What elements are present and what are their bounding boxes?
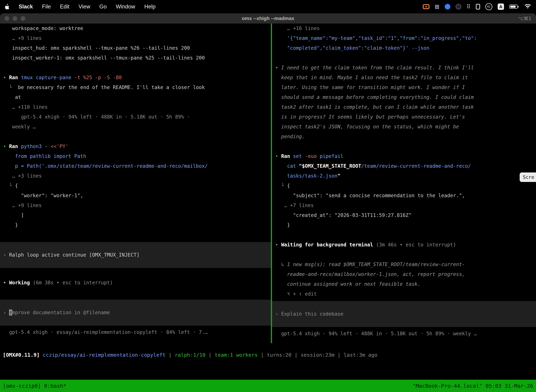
- text-run: set: [293, 153, 305, 159]
- text-run: ": [337, 173, 340, 179]
- text-run: └: [3, 84, 18, 90]
- terminal-line: "subject": "send a concise recommendatio…: [272, 191, 536, 201]
- text-run: be necessary for the end of the README. …: [18, 84, 205, 90]
- text-run: -: [45, 144, 51, 149]
- terminal-line: [272, 142, 536, 151]
- text-run: <<'PY': [51, 144, 68, 149]
- text-run: •: [275, 65, 281, 71]
- text-run: "worker": "worker-1",: [3, 193, 83, 198]
- menu-item-go[interactable]: Go: [99, 4, 107, 10]
- menu-item-file[interactable]: File: [42, 4, 51, 10]
- terminal-line: • Waiting for background terminal (3m 46…: [272, 240, 536, 250]
- omx-status-segment: turns:20: [267, 352, 292, 358]
- terminal-line: task2 after task1 is complete, but can I…: [272, 102, 536, 112]
- terminal-line: └ {: [272, 181, 536, 191]
- terminal-line: }: [272, 220, 536, 230]
- terminal-line: [0, 132, 271, 142]
- text-run: pipefail: [320, 153, 344, 159]
- dark-app-icon[interactable]: [456, 4, 461, 9]
- text-run: from pathlib import Path: [3, 153, 86, 159]
- terminal-line: … +110 lines: [0, 102, 271, 112]
- composer-band[interactable]: › Explain this codebase: [272, 301, 536, 327]
- minimize-button[interactable]: [13, 16, 17, 21]
- text-run: inspect_worker-1: omx sparkshell --tmux-…: [3, 55, 205, 61]
- terminal-line: "worker": "worker-1",: [0, 191, 271, 201]
- text-run: •: [3, 144, 9, 149]
- omx-status-segment: |: [291, 352, 301, 358]
- apple-menu-icon[interactable]: [5, 4, 10, 9]
- device-icon[interactable]: [476, 4, 480, 9]
- close-button[interactable]: [5, 16, 9, 21]
- screen-overlay-button[interactable]: Scre: [520, 173, 536, 182]
- menu-bar-status-icons: ⊞⠿61A: [423, 3, 531, 10]
- terminal-content: workspace_mode: worktree … +9 lines insp…: [0, 23, 536, 380]
- text-run: cat: [275, 163, 299, 169]
- text-run: Ran: [9, 144, 21, 149]
- terminal-line: continue assigned work or next feasible …: [272, 279, 536, 289]
- terminal-line: [272, 53, 536, 63]
- terminal-line: should send a message before completing …: [272, 92, 536, 102]
- text-run: /team/review-current-readme-and-reco/: [361, 163, 471, 169]
- terminal-line: • Ran tmux capture-pane -t %25 -p -S -80: [0, 73, 271, 83]
- text-run: ]: [3, 212, 24, 218]
- text-run: •: [3, 75, 9, 80]
- text-run: {: [287, 183, 290, 189]
- input-source-icon[interactable]: A: [498, 4, 504, 10]
- composer-band[interactable]: › Ralph loop active continue [OMX_TMUX_I…: [0, 242, 271, 268]
- text-run: is in progress? It seems likely but perh…: [275, 114, 465, 120]
- text-run: }: [275, 222, 290, 228]
- text-run: later. Using the same for transition mig…: [275, 84, 465, 90]
- text-run: -euo: [305, 153, 320, 159]
- text-run: ›: [3, 310, 9, 315]
- menu-item-window[interactable]: Window: [116, 4, 135, 10]
- text-run: ›: [275, 311, 281, 317]
- grid-icon[interactable]: ⊞: [435, 3, 440, 10]
- terminal-line: workspace_mode: worktree: [0, 23, 271, 33]
- menu-item-edit[interactable]: Edit: [60, 4, 69, 10]
- pane-divider[interactable]: [271, 23, 272, 343]
- omx-status-segment: session:23m: [301, 352, 335, 358]
- wifi-icon[interactable]: [524, 4, 531, 9]
- omx-status-segment: ralph:1/10: [175, 352, 206, 358]
- zoom-button[interactable]: [21, 16, 25, 21]
- omx-status-segment: cczip/essay/ai-reimplementation-copyleft: [43, 352, 165, 358]
- window-title: omx --xhigh --madmax: [242, 16, 294, 21]
- app-menu-slack[interactable]: Slack: [19, 4, 33, 10]
- terminal-line: is in progress? It seems likely but perh…: [272, 112, 536, 122]
- terminal-line: [0, 268, 271, 278]
- terminal-line: cat "$OMX_TEAM_STATE_ROOT/team/review-cu…: [272, 161, 536, 171]
- text-run: Waiting for background terminal: [281, 242, 376, 248]
- terminal-line: ↳ 1 new msg(s): read $OMX_TEAM_STATE_ROO…: [272, 260, 536, 269]
- text-run: "subject": "send a concise recommendatio…: [275, 193, 465, 198]
- text-run: pending.: [275, 134, 305, 140]
- text-run: inspect task2's JSON, focusing on the st…: [275, 124, 459, 130]
- text-run: I need to get the claim token from the c…: [281, 65, 474, 71]
- terminal-line: p = Path('.omx/state/team/review-current…: [0, 161, 271, 171]
- text-run: p = Path('.omx/state/team/review-current…: [3, 163, 208, 169]
- window-title-bar: omx --xhigh --madmax ⌥⌘1: [0, 13, 536, 23]
- terminal-line: [272, 230, 536, 240]
- composer-band[interactable]: › Improve documentation in @filename: [0, 300, 271, 326]
- terminal-line: [272, 250, 536, 260]
- menu-item-view[interactable]: View: [78, 4, 90, 10]
- terminal-line: … +9 lines: [0, 33, 271, 43]
- text-run: I: [9, 310, 12, 315]
- terminal-line: weekly …: [0, 122, 271, 132]
- terminal-line: keep that in mind. Maybe I also need the…: [272, 73, 536, 83]
- tmux-status-bar: [omx-cczip0] 0:bash* "MacBook-Pro-44.loc…: [0, 380, 536, 392]
- text-run: •: [3, 280, 9, 285]
- battery-percentage-badge[interactable]: 61: [485, 3, 492, 10]
- terminal-line: "created_at": "2026-03-31T11:59:27.816Z": [272, 210, 536, 220]
- terminal-line: }: [0, 220, 271, 230]
- menu-item-help[interactable]: Help: [144, 4, 156, 10]
- terminal-line: … +9 lines: [0, 201, 271, 210]
- screen-recording-icon[interactable]: [423, 4, 429, 9]
- terminal-line: gpt-5.4 xhigh · 94% left · 488K in · 5.1…: [272, 329, 536, 339]
- text-run: continue assigned work or next feasible …: [275, 281, 421, 287]
- text-run: }: [3, 222, 18, 228]
- omx-status-line: [OMX#0.11.9] cczip/essay/ai-reimplementa…: [0, 350, 377, 360]
- dots-grid-icon[interactable]: ⠿: [467, 3, 471, 10]
- battery-icon[interactable]: [509, 5, 518, 9]
- terminal-line: • Ran python3 - <<'PY': [0, 142, 271, 151]
- blue-app-icon[interactable]: [445, 4, 450, 9]
